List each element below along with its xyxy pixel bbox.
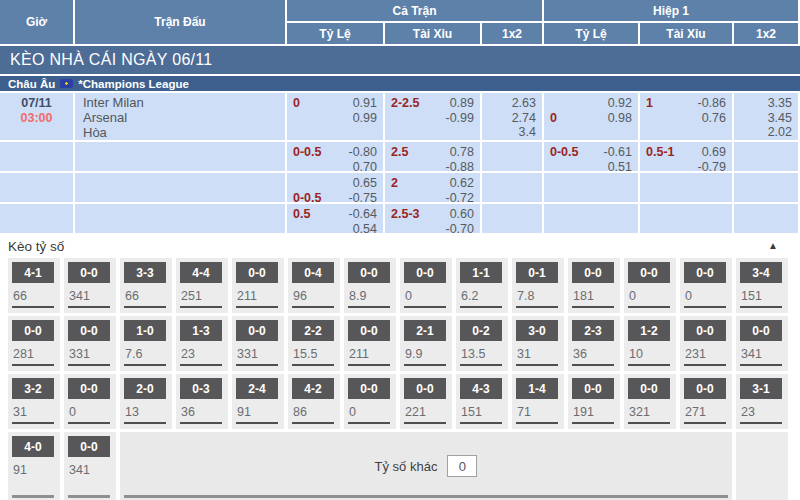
- stake-input-line[interactable]: [628, 306, 670, 308]
- odds-value[interactable]: -0.80: [349, 145, 378, 159]
- score-chip[interactable]: 2-2: [292, 320, 334, 341]
- score-chip[interactable]: 0-0: [12, 320, 54, 341]
- stake-input-line[interactable]: [12, 364, 54, 366]
- odds-value[interactable]: -0.70: [446, 222, 475, 233]
- stake-input-line[interactable]: [628, 364, 670, 366]
- collapse-chevron-up-icon[interactable]: ▲: [768, 240, 778, 251]
- odds-value[interactable]: 0.91: [353, 96, 377, 110]
- score-chip[interactable]: 0-0: [68, 262, 110, 283]
- odds-value[interactable]: -0.79: [698, 160, 727, 171]
- odds-value[interactable]: 0.69: [702, 145, 726, 159]
- stake-input-line[interactable]: [292, 422, 334, 424]
- odds-value[interactable]: 0.98: [608, 111, 632, 125]
- score-chip[interactable]: 0-0: [348, 320, 390, 341]
- score-chip[interactable]: 3-0: [516, 320, 558, 341]
- score-chip[interactable]: 1-1: [460, 262, 502, 283]
- stake-input-line[interactable]: [572, 422, 614, 424]
- score-chip[interactable]: 3-4: [740, 262, 782, 283]
- odds-value[interactable]: -0.86: [698, 96, 727, 110]
- stake-input-line[interactable]: [740, 306, 782, 308]
- score-chip[interactable]: 4-1: [12, 262, 54, 283]
- stake-input-line[interactable]: [684, 422, 726, 424]
- score-chip[interactable]: 0-0: [684, 378, 726, 399]
- stake-input-line[interactable]: [460, 364, 502, 366]
- odds-value[interactable]: 0.92: [608, 96, 632, 110]
- stake-input-line[interactable]: [404, 306, 446, 308]
- other-score-input[interactable]: [447, 455, 477, 477]
- score-chip[interactable]: 0-0: [628, 378, 670, 399]
- score-chip[interactable]: 0-0: [236, 320, 278, 341]
- stake-input-line[interactable]: [684, 364, 726, 366]
- stake-input-line[interactable]: [348, 306, 390, 308]
- score-chip[interactable]: 0-0: [684, 320, 726, 341]
- score-chip[interactable]: 0-4: [292, 262, 334, 283]
- stake-input-line[interactable]: [628, 422, 670, 424]
- score-chip[interactable]: 1-4: [516, 378, 558, 399]
- stake-input-line[interactable]: [516, 364, 558, 366]
- odds-value[interactable]: 3.35: [768, 96, 792, 110]
- stake-input-line[interactable]: [236, 306, 278, 308]
- stake-input-line[interactable]: [124, 495, 728, 498]
- stake-input-line[interactable]: [460, 422, 502, 424]
- stake-input-line[interactable]: [124, 306, 166, 308]
- stake-input-line[interactable]: [740, 364, 782, 366]
- stake-input-line[interactable]: [404, 364, 446, 366]
- odds-value[interactable]: 0.76: [702, 111, 726, 125]
- stake-input-line[interactable]: [516, 306, 558, 308]
- stake-input-line[interactable]: [180, 422, 222, 424]
- score-chip[interactable]: 1-0: [124, 320, 166, 341]
- score-chip[interactable]: 0-0: [572, 378, 614, 399]
- odds-value[interactable]: -0.99: [446, 111, 475, 125]
- stake-input-line[interactable]: [68, 495, 110, 498]
- stake-input-line[interactable]: [404, 422, 446, 424]
- score-chip[interactable]: 0-0: [628, 262, 670, 283]
- odds-value[interactable]: 0.65: [353, 176, 377, 190]
- stake-input-line[interactable]: [572, 364, 614, 366]
- score-chip[interactable]: 1-3: [180, 320, 222, 341]
- odds-value[interactable]: 3.45: [768, 111, 792, 125]
- score-chip[interactable]: 0-1: [516, 262, 558, 283]
- stake-input-line[interactable]: [348, 422, 390, 424]
- stake-input-line[interactable]: [572, 306, 614, 308]
- score-chip[interactable]: 4-4: [180, 262, 222, 283]
- stake-input-line[interactable]: [12, 422, 54, 424]
- score-chip[interactable]: 2-3: [572, 320, 614, 341]
- score-chip[interactable]: 0-0: [572, 262, 614, 283]
- stake-input-line[interactable]: [740, 422, 782, 424]
- stake-input-line[interactable]: [68, 306, 110, 308]
- stake-input-line[interactable]: [516, 422, 558, 424]
- odds-value[interactable]: 0.70: [353, 160, 377, 171]
- odds-value[interactable]: 2.74: [512, 111, 536, 125]
- score-chip[interactable]: 0-0: [740, 320, 782, 341]
- score-chip[interactable]: 3-3: [124, 262, 166, 283]
- stake-input-line[interactable]: [12, 306, 54, 308]
- odds-value[interactable]: 3.4: [519, 125, 536, 139]
- score-chip[interactable]: 0-0: [404, 378, 446, 399]
- odds-value[interactable]: 0.78: [450, 145, 474, 159]
- odds-value[interactable]: -0.61: [604, 145, 633, 159]
- odds-value[interactable]: 0.60: [450, 207, 474, 221]
- score-chip[interactable]: 0-2: [460, 320, 502, 341]
- stake-input-line[interactable]: [684, 306, 726, 308]
- odds-value[interactable]: -0.88: [446, 160, 475, 171]
- stake-input-line[interactable]: [180, 364, 222, 366]
- stake-input-line[interactable]: [124, 364, 166, 366]
- stake-input-line[interactable]: [180, 306, 222, 308]
- score-chip[interactable]: 2-0: [124, 378, 166, 399]
- odds-value[interactable]: 0.99: [353, 111, 377, 125]
- score-chip[interactable]: 0-0: [348, 378, 390, 399]
- score-chip[interactable]: 4-0: [12, 436, 54, 457]
- score-chip[interactable]: 1-2: [628, 320, 670, 341]
- stake-input-line[interactable]: [68, 422, 110, 424]
- odds-value[interactable]: 0.54: [353, 222, 377, 233]
- odds-value[interactable]: -0.72: [446, 191, 475, 202]
- odds-value[interactable]: -0.75: [349, 191, 378, 202]
- score-chip[interactable]: 0-0: [684, 262, 726, 283]
- odds-value[interactable]: 2.63: [512, 96, 536, 110]
- score-chip[interactable]: 4-2: [292, 378, 334, 399]
- stake-input-line[interactable]: [236, 364, 278, 366]
- stake-input-line[interactable]: [12, 495, 54, 498]
- odds-value[interactable]: 0.51: [608, 160, 632, 171]
- stake-input-line[interactable]: [68, 364, 110, 366]
- stake-input-line[interactable]: [124, 422, 166, 424]
